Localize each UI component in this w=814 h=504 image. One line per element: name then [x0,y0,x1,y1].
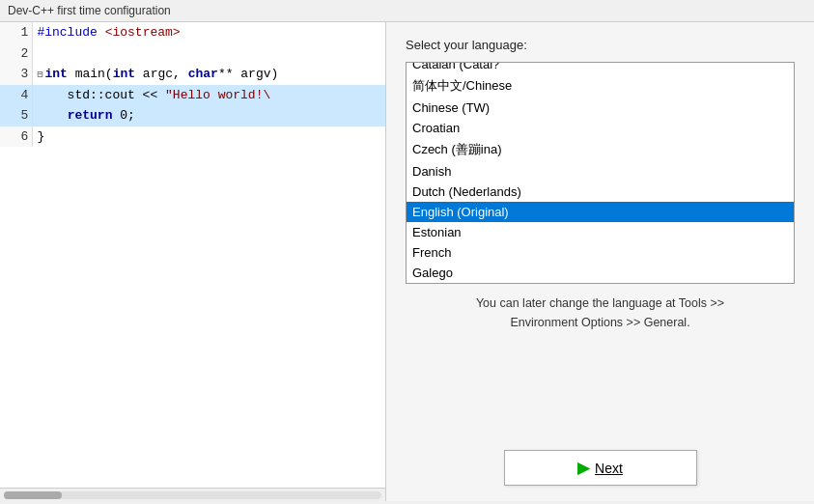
title-bar: Dev-C++ first time configuration [0,0,814,22]
code-editor: 1 #include <iostream> 2 3 ⊟int main(int … [0,22,386,501]
table-row: 4 std::cout << "Hello world!\ [0,85,385,106]
line-number: 4 [0,85,33,106]
code-line: #include <iostream> [33,22,385,43]
table-row: 2 [0,43,385,65]
line-number: 3 [0,64,33,85]
table-row: 1 #include <iostream> [0,22,385,43]
code-line: std::cout << "Hello world!\ [33,85,385,106]
list-item[interactable]: Catalan (Catal? [407,62,794,74]
main-container: 1 #include <iostream> 2 3 ⊟int main(int … [0,22,814,501]
line-number: 5 [0,105,33,126]
next-icon: ▶ [577,459,589,477]
list-item[interactable]: Danish [407,161,794,182]
language-listbox[interactable]: Bulgarian (龙胖图相?Catalan (Catal?简体中文/Chin… [406,62,795,284]
list-item[interactable]: Estonian [407,222,794,242]
language-selection-panel: Select your language: Bulgarian (龙胖图相?Ca… [386,22,814,501]
language-select-label: Select your language: [406,38,795,52]
list-item[interactable]: English (Original) [407,202,794,222]
hint-text: You can later change the language at Too… [406,294,795,332]
code-line: } [33,126,385,148]
next-button-container: ▶ Next [406,450,795,486]
line-number: 1 [0,22,33,43]
next-button-label: Next [595,461,623,476]
code-table: 1 #include <iostream> 2 3 ⊟int main(int … [0,22,385,147]
horizontal-scrollbar[interactable] [0,488,385,501]
code-line [33,43,385,65]
scroll-thumb[interactable] [4,491,62,499]
list-item[interactable]: French [407,242,794,263]
next-button[interactable]: ▶ Next [504,450,697,486]
title-bar-text: Dev-C++ first time configuration [8,4,171,17]
code-line: ⊟int main(int argc, char** argv) [33,64,385,85]
scroll-track [4,491,381,499]
line-number: 6 [0,126,33,148]
list-item[interactable]: Croatian [407,118,794,138]
table-row: 6 } [0,126,385,148]
list-item[interactable]: 简体中文/Chinese [407,74,794,98]
list-item[interactable]: Galego [407,263,794,283]
fold-icon[interactable]: ⊟ [37,70,42,80]
line-number: 2 [0,43,33,65]
list-item[interactable]: Czech (善蹦ina) [407,138,794,161]
table-row: 3 ⊟int main(int argc, char** argv) [0,64,385,85]
code-line: return 0; [33,105,385,126]
table-row: 5 return 0; [0,105,385,126]
preprocessor: #include <iostream> [37,25,180,40]
list-item[interactable]: Dutch (Nederlands) [407,182,794,202]
list-item[interactable]: Chinese (TW) [407,98,794,118]
